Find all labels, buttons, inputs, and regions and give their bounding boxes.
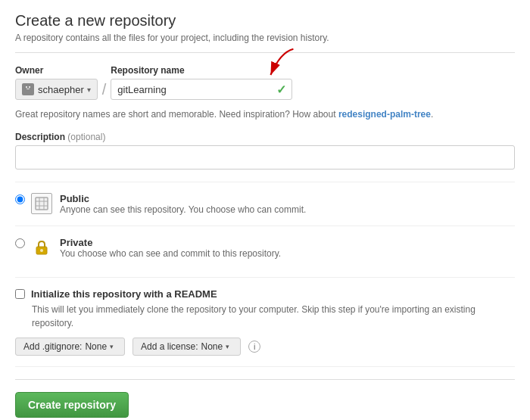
public-radio[interactable] xyxy=(15,194,25,204)
page-subtitle: A repository contains all the files for … xyxy=(15,33,515,43)
description-label: Description (optional) xyxy=(15,132,515,142)
arrow-annotation: ✓ xyxy=(111,79,292,100)
repo-name-field-group: Repository name ✓ xyxy=(111,65,292,100)
optional-label: (optional) xyxy=(67,132,105,142)
hint-text-after: . xyxy=(431,109,433,120)
svg-rect-1 xyxy=(25,90,31,94)
initialize-checkbox[interactable] xyxy=(15,289,25,299)
description-section: Description (optional) xyxy=(15,132,515,182)
svg-point-11 xyxy=(40,249,43,252)
description-input[interactable] xyxy=(15,145,515,170)
private-title: Private xyxy=(60,237,281,248)
owner-select[interactable]: schaepher ▾ xyxy=(15,79,98,100)
path-separator: / xyxy=(102,81,107,100)
hint-suggestion-link[interactable]: redesigned-palm-tree xyxy=(338,109,431,120)
repo-name-label: Repository name xyxy=(111,65,292,76)
license-dropdown[interactable]: Add a license: None ▾ xyxy=(132,338,241,356)
public-title: Public xyxy=(60,193,306,204)
page-title: Create a new repository xyxy=(15,12,515,30)
license-label: Add a license: xyxy=(141,341,198,352)
public-icon xyxy=(31,193,52,214)
owner-avatar xyxy=(22,83,34,95)
owner-name: schaepher xyxy=(38,84,84,95)
owner-label: Owner xyxy=(15,65,98,76)
initialize-row: Initialize this repository with a README xyxy=(15,288,515,300)
owner-field-group: Owner schaepher ▾ xyxy=(15,65,98,100)
initialize-label: Initialize this repository with a README xyxy=(31,288,217,300)
gitignore-label: Add .gitignore: xyxy=(23,341,82,352)
license-value: None xyxy=(201,341,223,352)
license-caret: ▾ xyxy=(226,343,229,350)
create-repository-button[interactable]: Create repository xyxy=(15,392,129,418)
gitignore-license-row: Add .gitignore: None ▾ Add a license: No… xyxy=(15,338,515,356)
private-text-group: Private You choose who can see and commi… xyxy=(60,237,281,259)
svg-point-0 xyxy=(25,85,31,91)
valid-check-icon: ✓ xyxy=(276,82,286,97)
svg-point-3 xyxy=(29,86,30,88)
owner-dropdown-caret: ▾ xyxy=(87,86,91,94)
gitignore-value: None xyxy=(85,341,107,352)
private-radio[interactable] xyxy=(15,238,25,248)
red-arrow-annotation xyxy=(254,45,300,82)
repo-name-input[interactable] xyxy=(111,79,292,100)
gitignore-caret: ▾ xyxy=(110,343,114,350)
private-description: You choose who can see and commit to thi… xyxy=(60,248,281,259)
initialize-description: This will let you immediately clone the … xyxy=(32,303,515,330)
gitignore-dropdown[interactable]: Add .gitignore: None ▾ xyxy=(15,338,125,356)
public-option: Public Anyone can see this repository. Y… xyxy=(15,193,515,226)
hint-text-before: Great repository names are short and mem… xyxy=(15,109,338,120)
public-text-group: Public Anyone can see this repository. Y… xyxy=(60,193,306,215)
info-icon[interactable]: i xyxy=(248,341,260,353)
private-icon xyxy=(31,237,52,258)
public-description: Anyone can see this repository. You choo… xyxy=(60,204,306,215)
private-option: Private You choose who can see and commi… xyxy=(15,237,515,269)
svg-point-2 xyxy=(26,86,27,88)
owner-repo-row: Owner schaepher ▾ / Repository name xyxy=(15,65,515,100)
initialize-section: Initialize this repository with a README… xyxy=(15,288,515,367)
repo-name-hint: Great repository names are short and mem… xyxy=(15,107,515,121)
repo-name-wrapper: ✓ xyxy=(111,79,292,100)
svg-rect-5 xyxy=(36,198,48,210)
